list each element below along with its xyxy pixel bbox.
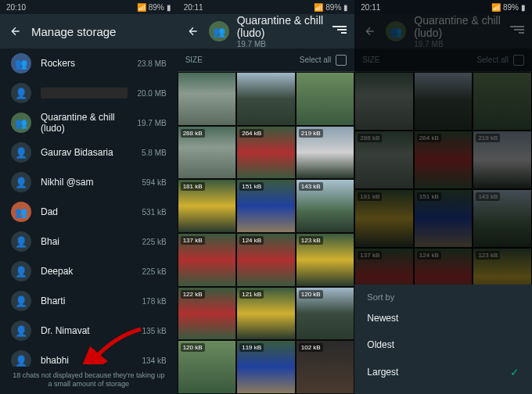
media-thumb[interactable]: 137 kB: [178, 233, 237, 287]
sort-option[interactable]: Oldest: [367, 331, 519, 358]
chat-row[interactable]: 👤██████20.0 MB: [0, 78, 178, 108]
chat-row[interactable]: 👥Quarantine & chill (ludo)19.7 MB: [0, 108, 178, 138]
media-thumb[interactable]: [236, 72, 296, 126]
select-all-checkbox[interactable]: [513, 55, 524, 66]
chat-row[interactable]: 👤Bhai225 kB: [0, 227, 178, 256]
chat-avatar: 👥: [209, 21, 229, 41]
screen-gallery-sort: 20:11 📶 89%▮ 👥 Quarantine & chill (ludo)…: [354, 0, 532, 394]
media-thumb[interactable]: [178, 72, 237, 126]
media-thumb[interactable]: 288 kB: [178, 126, 237, 180]
size-badge: 288 kB: [358, 134, 382, 142]
back-icon[interactable]: [185, 23, 201, 39]
avatar: 👤: [11, 350, 31, 367]
back-icon[interactable]: [8, 23, 23, 39]
avatar: 👤: [11, 172, 31, 192]
select-all-label[interactable]: Select all: [300, 56, 332, 64]
size-label: SIZE: [362, 56, 476, 64]
size-badge: 137 kB: [181, 236, 205, 245]
media-thumb[interactable]: 122 kB: [178, 287, 237, 341]
media-thumb[interactable]: 120 kB: [178, 340, 237, 394]
chat-size: 225 kB: [142, 238, 167, 246]
chat-name: Gaurav Bidasaria: [41, 147, 132, 158]
chat-title: Quarantine & chill (ludo) 19.7 MB: [414, 14, 502, 48]
media-thumb[interactable]: 219 kB: [473, 131, 532, 189]
size-badge: 119 kB: [239, 343, 264, 352]
back-icon[interactable]: [362, 23, 378, 39]
sort-icon[interactable]: [332, 26, 347, 37]
grid-row: 122 kB121 kB120 kB: [178, 287, 355, 341]
media-thumb[interactable]: 143 kB: [296, 179, 355, 233]
media-thumb[interactable]: 120 kB: [296, 287, 355, 341]
select-all-label[interactable]: Select all: [476, 56, 509, 64]
chat-size: 23.8 MB: [137, 59, 166, 68]
header: 👥 Quarantine & chill (ludo) 19.7 MB: [178, 14, 355, 48]
sort-option[interactable]: Largest: [367, 358, 519, 386]
media-thumb[interactable]: [473, 72, 532, 131]
chat-size: 531 kB: [142, 208, 167, 217]
size-badge: 151 kB: [239, 182, 264, 191]
media-thumb[interactable]: 264 kB: [236, 126, 296, 180]
status-right: 📶 89%▮: [137, 3, 171, 12]
time: 20:11: [184, 3, 203, 12]
grid-row: [354, 72, 532, 131]
avatar: 👥: [11, 202, 31, 222]
select-all-checkbox[interactable]: [336, 55, 347, 66]
status-right: 📶 89%▮: [314, 3, 348, 12]
sort-option[interactable]: Newest: [367, 305, 519, 331]
size-badge: 122 kB: [181, 290, 205, 299]
media-thumb[interactable]: 124 kB: [236, 233, 296, 287]
media-thumb[interactable]: 288 kB: [354, 131, 414, 189]
chat-row[interactable]: 👥Dad531 kB: [0, 197, 178, 227]
media-thumb[interactable]: 121 kB: [236, 287, 296, 341]
media-thumb[interactable]: 123 kB: [296, 233, 355, 287]
media-thumb[interactable]: 219 kB: [296, 126, 355, 180]
chat-name: bhabhi: [41, 355, 133, 366]
chat-size: 134 kB: [142, 356, 167, 365]
size-badge: 124 kB: [417, 251, 441, 260]
screen-gallery: 20:11 📶 89%▮ 👥 Quarantine & chill (ludo)…: [178, 0, 355, 394]
chat-list: 👥Rockers23.8 MB👤██████20.0 MB👥Quarantine…: [0, 48, 178, 367]
size-badge: 137 kB: [358, 251, 382, 260]
media-thumb[interactable]: 264 kB: [414, 131, 473, 189]
chat-row[interactable]: 👤Nikhil @sam594 kB: [0, 167, 178, 197]
media-thumb[interactable]: [414, 72, 473, 131]
avatar: 👤: [11, 142, 31, 163]
media-thumb[interactable]: 181 kB: [354, 189, 414, 248]
media-thumb[interactable]: [296, 72, 355, 126]
chat-row[interactable]: 👤Gaurav Bidasaria5.8 MB: [0, 138, 178, 167]
chat-name: Dr. Nimavat: [41, 325, 133, 336]
avatar: 👤: [11, 321, 31, 341]
chat-size: 594 kB: [142, 178, 167, 187]
size-badge: 264 kB: [239, 129, 264, 138]
grid-row: 120 kB119 kB102 kB: [178, 340, 355, 394]
avatar: 👤: [11, 83, 31, 103]
media-thumb[interactable]: 151 kB: [414, 189, 473, 248]
media-thumb[interactable]: 102 kB: [296, 340, 355, 394]
media-thumb[interactable]: 143 kB: [473, 189, 532, 248]
size-badge: 120 kB: [181, 343, 205, 352]
chat-row[interactable]: 👤Deepak225 kB: [0, 256, 178, 286]
media-thumb[interactable]: 151 kB: [236, 179, 296, 233]
chat-size: 135 kB: [142, 327, 167, 335]
chat-name: Bharti: [41, 296, 133, 306]
chat-row[interactable]: 👥Rockers23.8 MB: [0, 48, 178, 78]
media-thumb[interactable]: 181 kB: [178, 179, 237, 233]
size-badge: 219 kB: [476, 134, 500, 142]
chat-name: Rockers: [41, 58, 128, 69]
media-thumb[interactable]: [354, 72, 414, 131]
avatar: 👥: [11, 113, 31, 133]
chat-name: Deepak: [41, 266, 133, 277]
chat-size: 225 kB: [142, 267, 167, 276]
sort-icon[interactable]: [510, 26, 524, 37]
media-thumb[interactable]: 119 kB: [236, 340, 296, 394]
avatar: 👤: [11, 261, 31, 281]
chat-row[interactable]: 👤bhabhi134 kB: [0, 346, 178, 367]
grid-row: [178, 72, 355, 126]
grid-row: 288 kB264 kB219 kB: [178, 126, 355, 180]
time: 20:10: [6, 3, 26, 12]
chat-row[interactable]: 👤Bharti178 kB: [0, 286, 178, 316]
chat-row[interactable]: 👤Dr. Nimavat135 kB: [0, 316, 178, 346]
chat-name: ██████: [41, 88, 128, 98]
chat-title: Quarantine & chill (ludo) 19.7 MB: [237, 14, 325, 48]
grid-row: 137 kB124 kB123 kB: [178, 233, 355, 287]
